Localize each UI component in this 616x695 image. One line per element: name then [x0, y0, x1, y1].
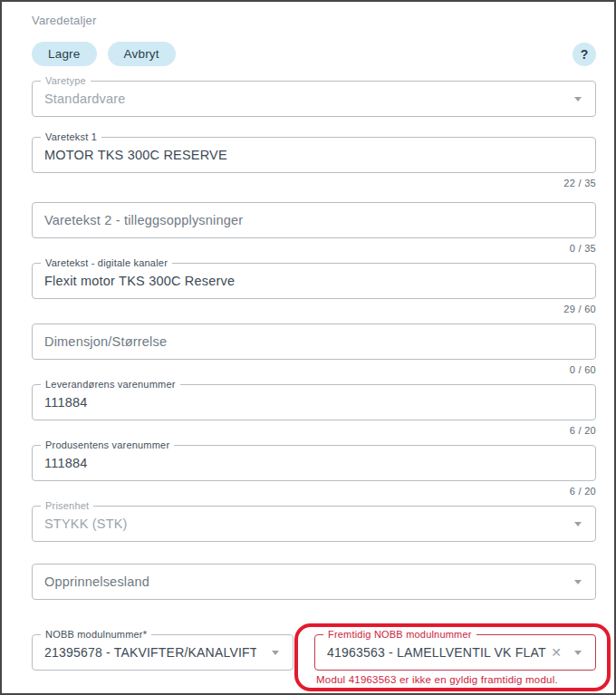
leverandorens-varenummer-label: Leverandørens varenummer — [41, 379, 180, 391]
varedetaljer-panel: Varedetaljer Lagre Avbryt ? Varetype Sta… — [2, 2, 614, 687]
varetekst-digitale-label: Varetekst - digitale kanaler — [41, 257, 172, 269]
char-counter: 6 / 20 — [32, 425, 596, 438]
save-button[interactable]: Lagre — [32, 42, 97, 66]
char-counter: 29 / 60 — [32, 304, 596, 316]
error-message: Modul 41963563 er ikke en gyldig framtid… — [316, 674, 596, 687]
chevron-down-icon — [574, 522, 582, 526]
produsentens-varenummer-label: Produsentens varenummer — [41, 439, 174, 451]
char-counter: 0 / 35 — [32, 243, 596, 256]
produsentens-varenummer-field: Produsentens varenummer — [32, 445, 596, 481]
prisenhet-label: Prisenhet — [41, 500, 93, 512]
module-number-row: NOBB modulnummer* 21395678 - TAKVIFTER/K… — [32, 634, 596, 687]
varetekst-digitale-input[interactable] — [44, 274, 559, 288]
chevron-down-icon — [574, 580, 582, 584]
toolbar: Lagre Avbryt ? — [32, 42, 596, 66]
fremtidig-nobb-modulnummer-label: Fremtidig NOBB modulnummer — [323, 629, 476, 641]
chevron-down-icon — [272, 651, 279, 655]
opprinnelsesland-placeholder: Opprinnelsesland — [44, 574, 149, 589]
opprinnelsesland-select[interactable]: Opprinnelsesland — [32, 564, 596, 600]
chevron-down-icon — [574, 651, 582, 655]
prisenhet-select: Prisenhet STYKK (STK) — [32, 506, 596, 542]
varetekst2-field — [32, 202, 596, 238]
char-counter: 6 / 20 — [32, 486, 596, 498]
leverandorens-varenummer-input[interactable] — [44, 395, 559, 410]
dimensjon-input[interactable] — [44, 334, 559, 349]
varetekst2-input[interactable] — [44, 213, 559, 227]
prisenhet-value: STYKK (STK) — [44, 516, 128, 531]
varetype-value: Standardvare — [44, 92, 125, 106]
nobb-modulnummer-select[interactable]: NOBB modulnummer* 21395678 - TAKVIFTER/K… — [32, 634, 294, 671]
fremtidig-nobb-modulnummer-value: 41963563 - LAMELLVENTIL VK FLAT — [327, 645, 546, 660]
char-counter: 0 / 60 — [32, 364, 596, 377]
varetype-label: Varetype — [41, 75, 91, 87]
cancel-button[interactable]: Avbryt — [108, 42, 176, 66]
clear-icon[interactable]: ✕ — [551, 646, 562, 659]
help-button[interactable]: ? — [573, 43, 596, 66]
varetype-select: Varetype Standardvare — [32, 81, 596, 117]
page-title: Varedetaljer — [32, 14, 596, 27]
fremtidig-nobb-modulnummer-select[interactable]: Fremtidig NOBB modulnummer 41963563 - LA… — [314, 634, 596, 671]
dimensjon-field — [32, 323, 596, 360]
varetekst1-input[interactable] — [44, 148, 559, 162]
chevron-down-icon — [574, 97, 582, 101]
varetekst-digitale-field: Varetekst - digitale kanaler — [32, 263, 596, 299]
nobb-modulnummer-label: NOBB modulnummer* — [41, 629, 151, 641]
varetekst1-label: Varetekst 1 — [41, 131, 101, 143]
char-counter: 22 / 35 — [32, 178, 596, 190]
leverandorens-varenummer-field: Leverandørens varenummer — [32, 384, 596, 420]
produsentens-varenummer-input[interactable] — [44, 456, 559, 470]
varetekst1-field: Varetekst 1 — [32, 137, 596, 173]
nobb-modulnummer-value: 21395678 - TAKVIFTER/KANALVIFTER — [44, 645, 256, 660]
